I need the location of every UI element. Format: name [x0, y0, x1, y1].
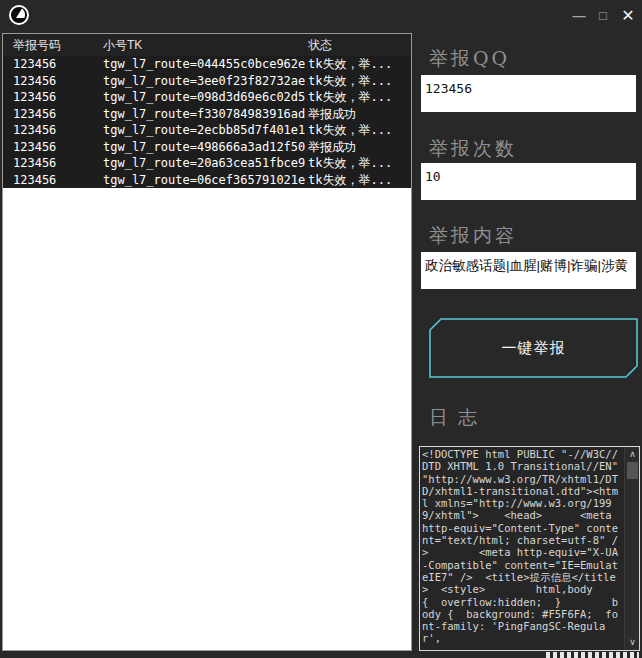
table-row[interactable]: 123456tgw_l7_route=f330784983916ad...举报成…: [3, 106, 411, 123]
cell-status: tk失效，举...: [308, 155, 411, 172]
cell-tk: tgw_l7_route=498666a3ad12f50...: [103, 139, 308, 156]
table-row[interactable]: 123456tgw_l7_route=498666a3ad12f50...举报成…: [3, 139, 411, 156]
cell-tk: tgw_l7_route=3ee0f23f82732ae...: [103, 73, 308, 90]
log-scrollbar[interactable]: ∧ ∨: [624, 447, 639, 650]
table-row[interactable]: 123456tgw_l7_route=20a63cea51fbce9...tk失…: [3, 155, 411, 172]
col-header-status[interactable]: 状态: [308, 34, 411, 56]
report-count-input[interactable]: [421, 163, 636, 200]
one-click-report-label: 一键举报: [429, 318, 638, 378]
cell-tk: tgw_l7_route=f330784983916ad...: [103, 106, 308, 123]
log-text: <!DOCTYPE html PUBLIC "-//W3C//DTD XHTML…: [422, 448, 622, 648]
table-row[interactable]: 123456tgw_l7_route=3ee0f23f82732ae...tk失…: [3, 73, 411, 90]
cell-status: tk失效，举...: [308, 89, 411, 106]
cell-number: 123456: [3, 122, 103, 139]
close-button[interactable]: ✕: [618, 4, 638, 26]
report-list-populated-area: 举报号码 小号TK 状态 123456tgw_l7_route=044455c0…: [3, 34, 411, 188]
report-count-label: 举报次数: [429, 136, 517, 162]
app-logo-icon: [8, 4, 30, 26]
report-list: 举报号码 小号TK 状态 123456tgw_l7_route=044455c0…: [2, 33, 412, 651]
log-output[interactable]: <!DOCTYPE html PUBLIC "-//W3C//DTD XHTML…: [419, 446, 640, 651]
cell-number: 123456: [3, 89, 103, 106]
cell-tk: tgw_l7_route=2ecbb85d7f401e1...: [103, 122, 308, 139]
cell-number: 123456: [3, 172, 103, 189]
cell-tk: tgw_l7_route=20a63cea51fbce9...: [103, 155, 308, 172]
cell-number: 123456: [3, 73, 103, 90]
table-header: 举报号码 小号TK 状态: [3, 34, 411, 56]
scrollbar-thumb[interactable]: [627, 462, 638, 479]
table-body: 123456tgw_l7_route=044455c0bce962e...tk失…: [3, 56, 411, 188]
cell-status: tk失效，举...: [308, 56, 411, 73]
cell-tk: tgw_l7_route=044455c0bce962e...: [103, 56, 308, 73]
table-row[interactable]: 123456tgw_l7_route=06cef365791021e...tk失…: [3, 172, 411, 189]
log-label: 日志: [429, 405, 487, 431]
report-qq-input[interactable]: [421, 75, 636, 112]
table-row[interactable]: 123456tgw_l7_route=098d3d69e6c02d5...tk失…: [3, 89, 411, 106]
clipped-log-overflow: [546, 652, 639, 658]
cell-status: tk失效，举...: [308, 73, 411, 90]
cell-number: 123456: [3, 139, 103, 156]
cell-number: 123456: [3, 106, 103, 123]
report-qq-label: 举报QQ: [429, 46, 510, 72]
cell-status: tk失效，举...: [308, 122, 411, 139]
cell-number: 123456: [3, 56, 103, 73]
col-header-tk[interactable]: 小号TK: [103, 34, 308, 56]
title-bar: — □ ✕: [0, 0, 642, 30]
report-content-input[interactable]: [421, 252, 636, 289]
cell-status: tk失效，举...: [308, 172, 411, 189]
one-click-report-button[interactable]: 一键举报: [429, 318, 638, 378]
report-content-label: 举报内容: [429, 223, 517, 249]
table-row[interactable]: 123456tgw_l7_route=2ecbb85d7f401e1...tk失…: [3, 122, 411, 139]
cell-number: 123456: [3, 155, 103, 172]
minimize-button[interactable]: —: [570, 4, 588, 26]
cell-status: 举报成功: [308, 139, 411, 156]
scroll-down-icon[interactable]: ∨: [625, 635, 640, 649]
cell-tk: tgw_l7_route=098d3d69e6c02d5...: [103, 89, 308, 106]
table-row[interactable]: 123456tgw_l7_route=044455c0bce962e...tk失…: [3, 56, 411, 73]
cell-status: 举报成功: [308, 106, 411, 123]
col-header-number[interactable]: 举报号码: [3, 34, 103, 56]
cell-tk: tgw_l7_route=06cef365791021e...: [103, 172, 308, 189]
maximize-button[interactable]: □: [594, 4, 612, 26]
scroll-up-icon[interactable]: ∧: [625, 447, 640, 461]
